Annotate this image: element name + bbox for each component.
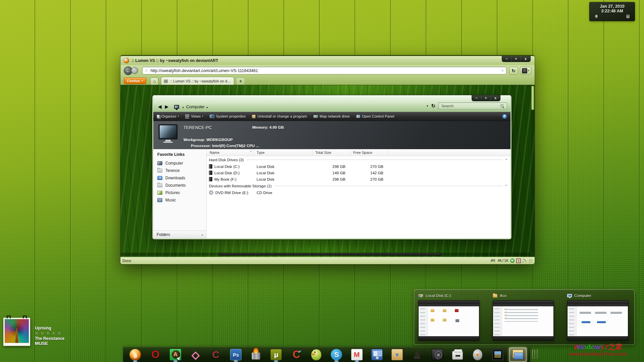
- clock-widget[interactable]: Jan 27, 2010 3:22:48 AM: [589, 2, 635, 21]
- dock-item-cinema4d[interactable]: C: [207, 348, 224, 362]
- close-button[interactable]: x: [521, 56, 530, 62]
- sidebar-item-pictures[interactable]: Pictures: [153, 189, 206, 196]
- group-header-hard-disk-drives[interactable]: Hard Disk Drives (3) ^: [207, 156, 511, 163]
- album-title: The Resistance: [35, 336, 64, 341]
- sidebar-item-terence[interactable]: Terence: [153, 167, 206, 174]
- vertical-scrollbar[interactable]: [531, 85, 535, 253]
- url-bar[interactable]: ☆ http://sweatyfish.deviantart.com/art/L…: [142, 67, 506, 74]
- minimize-button[interactable]: −: [472, 95, 481, 101]
- url-text[interactable]: http://sweatyfish.deviantart.com/art/Lum…: [151, 68, 501, 73]
- dock-item-skype[interactable]: S: [328, 348, 345, 362]
- now-playing-widget[interactable]: Uprising ☆ ☆ ☆ ☆ ☆ The Resistance MUSE: [3, 318, 64, 346]
- computer-icon: [157, 161, 162, 165]
- tab-lumen-vs[interactable]: :: Lumen VS :: by ~sweatyfish on devi...: [161, 77, 234, 85]
- system-properties-button[interactable]: System properties: [210, 114, 246, 118]
- explorer-window-controls: − + x: [472, 95, 500, 101]
- dock-item-card-drawer[interactable]: [449, 348, 466, 362]
- dock-item-package-installer[interactable]: ▼: [388, 348, 406, 362]
- group-header-removable-storage[interactable]: Devices with Removable Storage (1) ^: [207, 182, 511, 189]
- reload-button[interactable]: ↻: [509, 67, 518, 75]
- dock-page-indicator[interactable]: [532, 349, 538, 359]
- windows-explorer-icon: [512, 350, 524, 360]
- dock-item-windows-explorer[interactable]: [509, 348, 527, 362]
- drive-row-dvd-rw-e[interactable]: DVD RW Drive (E:) CD Drive: [207, 189, 511, 196]
- back-button[interactable]: ◀: [158, 104, 162, 109]
- preview-computer[interactable]: Computer: [567, 293, 628, 342]
- dock-item-firefox[interactable]: [126, 348, 144, 362]
- drive-row-local-disk-d[interactable]: Local Disk (D:) Local Disk 149 GB 142 GB: [207, 170, 511, 176]
- resize-grip[interactable]: [529, 259, 533, 263]
- bookmarks-button[interactable]: ☆ ▾: [520, 67, 531, 75]
- browser-title: :: Lumen VS :: by ~sweatyfish on deviant…: [131, 58, 218, 63]
- dock-item-chess[interactable]: ♟: [409, 348, 426, 362]
- search-input[interactable]: Search: [438, 102, 507, 109]
- rating-stars[interactable]: ☆ ☆ ☆ ☆ ☆: [35, 331, 64, 336]
- search-icon: [500, 104, 504, 108]
- scrollbar-thumb[interactable]: [218, 253, 442, 255]
- sidebar-item-music[interactable]: Music: [153, 196, 206, 204]
- home-button[interactable]: ⌂: [150, 77, 158, 85]
- window-thumbnail[interactable]: [418, 300, 479, 341]
- dock-item-utorrent[interactable]: μ: [267, 348, 285, 362]
- sidebar-item-downloads[interactable]: Downloads: [153, 174, 206, 182]
- firefox-menu-button[interactable]: Firefox ▾: [124, 77, 146, 84]
- status-m-badge[interactable]: M: [510, 258, 515, 263]
- breadcrumb[interactable]: Computer: [186, 105, 205, 109]
- new-tab-button[interactable]: +: [236, 77, 245, 85]
- dock-item-photoshop[interactable]: Ps: [227, 348, 245, 362]
- drive-row-my-book-f[interactable]: My Book (F:) Local Disk 298 GB 270 GB: [207, 176, 511, 182]
- dock-item-deviantart-launcher[interactable]: A: [167, 348, 184, 362]
- window-thumbnail[interactable]: [567, 300, 628, 341]
- dock-item-speaker[interactable]: [429, 348, 446, 362]
- hard-disk-icon: [209, 171, 212, 175]
- hard-disk-icon: [209, 177, 212, 181]
- breadcrumb-separator[interactable]: ▸: [207, 106, 208, 109]
- dock-item-downloader-egg[interactable]: ▼: [469, 348, 486, 362]
- preview-local-disk-c[interactable]: Local Disk (C:): [418, 293, 479, 342]
- drive-row-local-disk-c[interactable]: Local Disk (C:) Local Disk 298 GB 270 GB: [207, 163, 511, 170]
- preview-aco[interactable]: Aco: [493, 293, 554, 342]
- map-network-drive-button[interactable]: Map network drive: [313, 114, 350, 118]
- dock-item-control-panel[interactable]: [368, 348, 386, 362]
- bookmark-star-icon[interactable]: ☆: [145, 68, 149, 73]
- scrollbar-thumb[interactable]: [531, 86, 534, 110]
- horizontal-scrollbar[interactable]: [121, 253, 530, 256]
- feed-icon[interactable]: [523, 259, 527, 262]
- column-header-name[interactable]: Name: [207, 149, 254, 156]
- dock-item-photo-viewer[interactable]: [489, 348, 506, 362]
- column-header-free-space[interactable]: Free Space: [350, 149, 388, 156]
- forward-button[interactable]: ▶: [165, 104, 169, 109]
- maximize-button[interactable]: +: [512, 56, 521, 62]
- status-counter: #0 4K/1K: [491, 258, 508, 263]
- column-header-total-size[interactable]: Total Size: [312, 149, 350, 156]
- column-header-type[interactable]: Type: [254, 149, 312, 156]
- close-button[interactable]: x: [491, 95, 500, 101]
- help-button[interactable]: ?: [502, 114, 507, 119]
- open-control-panel-button[interactable]: Open Control Panel: [356, 114, 394, 118]
- dock-item-gmail[interactable]: M: [348, 348, 366, 362]
- dock-item-wireframe-box[interactable]: ◇: [187, 348, 204, 362]
- maximize-button[interactable]: +: [481, 95, 491, 101]
- sidebar-item-documents[interactable]: Documents: [153, 182, 206, 189]
- url-dropdown-icon[interactable]: ▾: [501, 69, 504, 72]
- collapse-icon[interactable]: ^: [505, 159, 507, 161]
- dock-item-burning-trash[interactable]: [247, 348, 265, 362]
- folders-bar[interactable]: Folders ▴: [153, 231, 206, 238]
- dock-item-ccleaner[interactable]: C: [287, 348, 305, 362]
- uninstall-program-button[interactable]: Uninstall or change a program: [252, 114, 307, 118]
- bookmarks-star-icon: ☆: [522, 68, 527, 73]
- window-thumbnail[interactable]: [493, 300, 554, 341]
- collapse-icon[interactable]: ^: [505, 185, 507, 187]
- dock-item-opera[interactable]: O: [147, 348, 164, 362]
- views-button[interactable]: Views ▾: [185, 114, 203, 118]
- navigation-pane: Favorite Links Computer Terence Download…: [153, 149, 207, 238]
- status-s-badge[interactable]: S: [516, 258, 521, 263]
- forward-button[interactable]: →: [131, 67, 138, 74]
- minimize-button[interactable]: −: [502, 56, 512, 62]
- dock-item-duck[interactable]: [308, 348, 325, 362]
- browser-titlebar[interactable]: :: Lumen VS :: by ~sweatyfish on deviant…: [120, 56, 535, 65]
- organize-button[interactable]: Organize ▾: [157, 114, 179, 118]
- sidebar-item-computer[interactable]: Computer: [153, 160, 206, 167]
- refresh-icon[interactable]: ↻: [431, 103, 435, 109]
- address-dropdown-icon[interactable]: ▾: [427, 104, 428, 108]
